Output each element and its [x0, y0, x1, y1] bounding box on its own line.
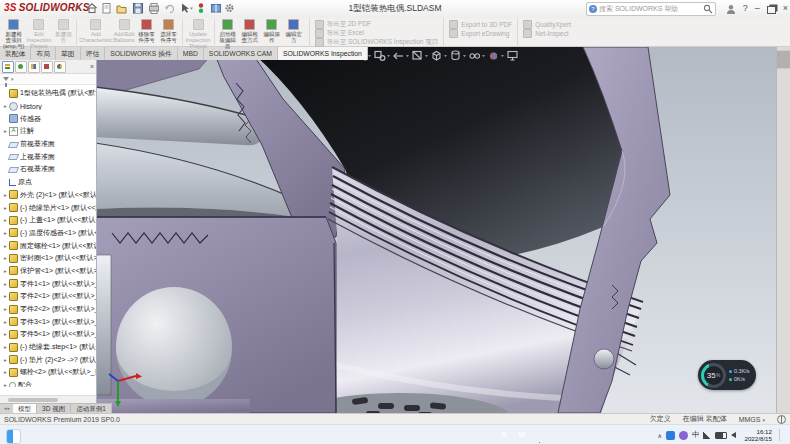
ribbon-button[interactable]: Add Characteristic — [79, 18, 112, 43]
mail-icon[interactable] — [371, 428, 384, 441]
ribbon-button[interactable]: 选择零 件序号 — [158, 18, 180, 43]
edge-icon[interactable] — [335, 428, 348, 441]
taskbar-clock[interactable]: 16:12 2022/8/15 — [744, 428, 772, 442]
feature-tree-item[interactable]: ▸ 零件3<1> (默认<<默认>_显示状态 — [2, 315, 96, 328]
graphics-area[interactable]: 35% 0.3K/s 0K/s — [0, 47, 776, 413]
export-command[interactable]: QualityXpert — [523, 20, 571, 29]
store-icon[interactable] — [389, 428, 402, 441]
expand-arrow-icon[interactable]: ▸ — [2, 281, 9, 287]
feature-tree-item[interactable]: ▸ 固定螺栓<1> (默认<<默认>_显示 — [2, 239, 96, 252]
minimize-button[interactable]: – — [755, 1, 760, 16]
expand-arrow-icon[interactable]: ▸ — [2, 205, 9, 211]
expand-arrow-icon[interactable]: ▸ — [2, 103, 9, 109]
feature-tree-item[interactable]: ▸ History — [2, 100, 96, 113]
scrollbar-thumb[interactable] — [8, 398, 58, 402]
feature-tree-item[interactable]: ▸ (-) 上盖<1> (默认<<默认>_显示状 — [2, 214, 96, 227]
expand-arrow-icon[interactable]: ▸ — [2, 357, 9, 363]
ribbon-button[interactable]: Add/Edit Balloons — [112, 18, 135, 43]
command-tab[interactable]: SOLIDWORKS Inspection — [278, 47, 368, 60]
wheel-icon[interactable] — [443, 428, 456, 441]
ribbon-button[interactable]: 编辑宏 方 — [283, 18, 305, 43]
greens-icon[interactable]: S — [497, 428, 510, 441]
expand-arrow-icon[interactable]: ▸ — [2, 217, 9, 223]
cloud-icon[interactable] — [407, 428, 420, 441]
task-icon[interactable] — [317, 428, 330, 441]
feature-tree-item[interactable]: ▸ 零件2<2> (默认<<默认>_显示状态 — [2, 303, 96, 316]
expand-arrow-icon[interactable]: ▸ — [2, 243, 9, 249]
ribbon-button[interactable]: Update Inspection Project — [185, 18, 212, 49]
command-tab[interactable]: SOLIDWORKS 插件 — [105, 47, 178, 60]
expand-arrow-icon[interactable]: ▸ — [2, 192, 9, 198]
ribbon-button[interactable] — [214, 19, 215, 45]
expand-arrow-icon[interactable]: ▸ — [2, 306, 9, 312]
export-command[interactable]: 导出至 SOLIDWORKS Inspection 项目 — [315, 38, 439, 47]
search-magnifier-icon[interactable] — [703, 4, 713, 14]
save-icon[interactable] — [134, 4, 143, 14]
expand-arrow-icon[interactable]: ▸ — [2, 319, 9, 325]
feature-tree-item[interactable]: ▸ (-) 绝缘垫片<1> (默认<<默认>_显 — [2, 201, 96, 214]
export-command[interactable]: Export eDrawing — [449, 29, 512, 38]
close-button[interactable]: × — [783, 1, 788, 16]
win-icon[interactable] — [281, 428, 294, 441]
help-button[interactable]: ? — [743, 1, 748, 16]
new-document-icon[interactable] — [103, 4, 110, 14]
property-manager-tab-icon[interactable] — [15, 61, 27, 73]
tray-app-icon[interactable] — [679, 431, 688, 440]
command-tab[interactable]: SOLIDWORKS CAM — [204, 47, 278, 60]
expand-arrow-icon[interactable]: ▸ — [2, 230, 9, 236]
feature-tree-item[interactable]: 传感器 — [2, 112, 96, 125]
zoom-area-icon[interactable] — [375, 52, 385, 61]
options-gear-icon[interactable] — [227, 5, 233, 11]
ribbon-button[interactable]: 移除零 件序号 — [136, 18, 158, 43]
feature-tree-tab-icon[interactable] — [2, 61, 14, 73]
network-speed-widget[interactable]: 35% 0.3K/s 0K/s — [698, 360, 756, 390]
chrome-icon[interactable] — [461, 428, 474, 441]
feature-tree-item[interactable]: ▸ 保护管<1> (默认<<默认>_显示状 — [2, 265, 96, 278]
status-tag-icon[interactable] — [777, 415, 786, 424]
ribbon-button[interactable]: 启动模 板编辑 器 — [217, 18, 239, 49]
export-command[interactable]: 导出至 2D PDF — [315, 20, 439, 29]
ribbon-button[interactable]: 编辑检 查方式 — [239, 18, 261, 43]
dimxpert-manager-tab-icon[interactable] — [41, 61, 53, 73]
widgets-icon[interactable] — [6, 429, 21, 444]
expand-arrow-icon[interactable]: ▸ — [2, 255, 9, 261]
display-pane-icon[interactable] — [212, 5, 221, 13]
open-file-icon[interactable] — [117, 6, 126, 13]
export-command[interactable]: Net-Inspect — [523, 29, 571, 38]
network-icon[interactable] — [703, 431, 711, 439]
export-command[interactable]: 导出至 Excel — [315, 29, 439, 38]
print-icon[interactable] — [150, 4, 159, 14]
ribbon-button[interactable]: 新建报 告 — [52, 18, 74, 43]
feature-tree-item[interactable]: 上视基准面 — [2, 150, 96, 163]
feature-tree-item[interactable]: 前视基准面 — [2, 138, 96, 151]
volume-icon[interactable] — [731, 432, 736, 438]
feature-tree-item[interactable]: ▸ 外壳 (2)<1> (默认<<默认>_显示状 — [2, 189, 96, 202]
ribbon-button[interactable]: 编辑操 作 — [261, 18, 283, 43]
expand-arrow-icon[interactable]: ▸ — [2, 293, 9, 299]
feature-tree-item[interactable]: ▸ (-) 温度传感器<1> (默认<<默认>_ — [2, 227, 96, 240]
feature-tree-item[interactable]: ▸ 注解 — [2, 125, 96, 138]
edit-appearance-icon[interactable] — [490, 52, 497, 59]
show-desktop-button[interactable] — [784, 427, 787, 443]
tab-overflow-chevron-icon[interactable]: » — [90, 63, 94, 70]
display-style-icon[interactable] — [452, 51, 459, 60]
feature-tree-item[interactable]: ▸ (-) 垫片 (2)<2> ->? (默认<<默认 — [2, 353, 96, 366]
configuration-manager-tab-icon[interactable] — [28, 61, 40, 73]
feature-tree-item[interactable]: 1型铠装热电偶 (默认<默认_显示状态-1 — [2, 87, 96, 100]
feature-tree-item[interactable]: 右视基准面 — [2, 163, 96, 176]
view-orientation-icon[interactable] — [433, 52, 440, 61]
defender-shield-icon[interactable] — [666, 431, 675, 440]
undo-icon[interactable] — [165, 6, 174, 13]
feature-tree-item[interactable]: ▸ 螺栓<2> (默认<<默认>_显示状态 — [2, 366, 96, 379]
command-tab[interactable]: 草图 — [56, 47, 81, 60]
feature-tree-item[interactable]: ▸ 零件1<1> (默认<<默认>_显示状态 — [2, 277, 96, 290]
feature-tree-item[interactable]: ▸ 零件2<1> (默认<<默认>_显示状态 — [2, 290, 96, 303]
feature-tree-item[interactable]: ▸ 配合 — [2, 379, 96, 387]
display-manager-tab-icon[interactable] — [54, 61, 66, 73]
expand-arrow-icon[interactable]: ▸ — [2, 382, 9, 387]
feature-tree-item[interactable]: ▸ 密封圈<1> (默认<<默认>_显示状 — [2, 252, 96, 265]
ribbon-button[interactable]: 新建检 查项目 (amp;与) — [2, 18, 25, 49]
feature-tree-item[interactable]: ▸ 零件5<1> (默认<<默认>_显示状态 — [2, 328, 96, 341]
search-icon[interactable] — [299, 428, 312, 441]
photos-icon[interactable] — [479, 428, 492, 441]
